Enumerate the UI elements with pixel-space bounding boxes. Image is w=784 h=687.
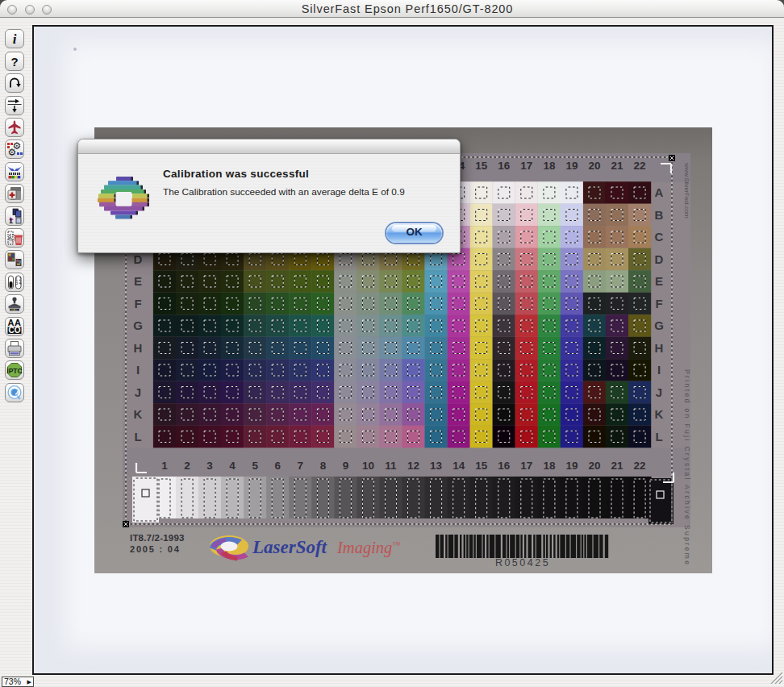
- svg-text:K: K: [655, 407, 664, 421]
- svg-text:16: 16: [498, 460, 511, 472]
- svg-text:H: H: [655, 341, 664, 355]
- svg-text:17: 17: [520, 160, 532, 172]
- svg-text:5: 5: [252, 460, 258, 472]
- svg-text:3: 3: [206, 460, 213, 472]
- svg-text:20: 20: [588, 460, 600, 472]
- svg-text:www.SilverFast.com: www.SilverFast.com: [683, 162, 690, 219]
- svg-text:R050425: R050425: [495, 557, 550, 568]
- svg-text:2: 2: [184, 460, 190, 472]
- svg-text:D: D: [134, 252, 143, 266]
- svg-text:IT8.7/2-1993: IT8.7/2-1993: [130, 533, 185, 543]
- svg-text:7: 7: [298, 460, 304, 472]
- svg-text:B: B: [655, 208, 664, 222]
- svg-text:22: 22: [634, 160, 646, 172]
- svg-text:1: 1: [161, 460, 168, 472]
- svg-text:?: ?: [10, 54, 18, 68]
- svg-text:K: K: [134, 407, 143, 421]
- svg-text:16: 16: [498, 160, 511, 172]
- svg-text:L: L: [134, 430, 141, 443]
- svg-text:i: i: [13, 31, 17, 47]
- svg-text:10: 10: [362, 460, 374, 472]
- svg-text:4: 4: [229, 460, 236, 472]
- svg-text:I: I: [657, 363, 661, 377]
- svg-text:21: 21: [611, 160, 623, 172]
- svg-text:H: H: [134, 341, 143, 355]
- svg-text:F: F: [655, 297, 662, 310]
- svg-text:21: 21: [611, 460, 623, 472]
- svg-text:LaserSoft: LaserSoft: [252, 537, 327, 557]
- svg-text:8: 8: [320, 460, 327, 472]
- svg-text:G: G: [133, 319, 143, 332]
- svg-text:20: 20: [588, 160, 600, 172]
- svg-text:9: 9: [343, 460, 349, 472]
- svg-text:J: J: [656, 385, 662, 399]
- svg-text:I: I: [136, 363, 140, 377]
- svg-text:CO: CO: [9, 325, 21, 334]
- svg-text:C: C: [655, 230, 664, 244]
- svg-text:15: 15: [475, 460, 488, 472]
- svg-text:⚙: ⚙: [8, 147, 17, 158]
- svg-text:J: J: [135, 385, 141, 399]
- svg-text:19: 19: [565, 160, 578, 172]
- svg-text:F: F: [134, 297, 141, 310]
- svg-text:Imaging™: Imaging™: [336, 539, 400, 557]
- svg-text:E: E: [134, 274, 142, 288]
- svg-text:IPTC: IPTC: [6, 367, 22, 375]
- svg-text:18: 18: [543, 160, 556, 172]
- svg-text:18: 18: [543, 460, 556, 472]
- svg-text:E: E: [655, 274, 663, 288]
- svg-text:19: 19: [565, 460, 578, 472]
- svg-text:G: G: [654, 319, 664, 332]
- svg-text:17: 17: [520, 460, 532, 472]
- svg-text:11: 11: [385, 460, 397, 472]
- svg-text:Printed on Fuji Crystal Archiv: Printed on Fuji Crystal Archive Supreme: [683, 369, 691, 566]
- svg-text:2005 : 04: 2005 : 04: [130, 544, 181, 554]
- svg-text:22: 22: [634, 460, 646, 472]
- svg-text:D: D: [655, 252, 664, 266]
- svg-text:3 4: 3 4: [15, 281, 22, 285]
- svg-text:A: A: [655, 185, 664, 199]
- svg-text:14: 14: [452, 460, 465, 472]
- svg-text:6: 6: [274, 460, 281, 472]
- svg-text:12: 12: [407, 460, 419, 472]
- svg-text:1: 1: [9, 217, 13, 225]
- svg-text:15: 15: [475, 160, 488, 172]
- svg-text:L: L: [655, 430, 662, 443]
- svg-text:13: 13: [430, 460, 443, 472]
